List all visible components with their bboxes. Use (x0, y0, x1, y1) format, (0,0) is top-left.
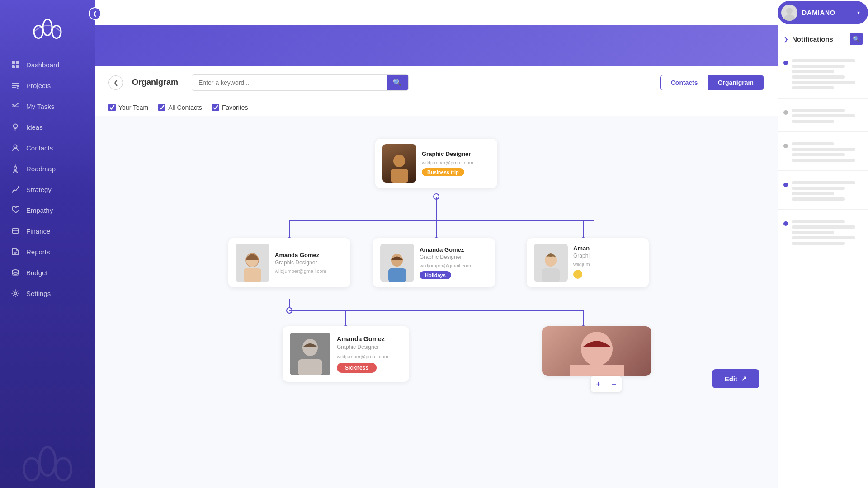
sidebar-item-my-tasks[interactable]: My Tasks (0, 96, 95, 117)
sidebar-item-roadmap[interactable]: Roadmap (0, 158, 95, 179)
sidebar-item-reports[interactable]: Reports (0, 241, 95, 262)
bottom-right-person-card[interactable] (542, 326, 651, 376)
notif-line (792, 86, 834, 89)
sidebar-logo (0, 0, 95, 50)
notif-line (792, 142, 834, 145)
tab-contacts[interactable]: Contacts (661, 75, 708, 90)
svg-point-16 (24, 458, 40, 480)
svg-rect-5 (12, 65, 15, 68)
notif-line (792, 181, 855, 184)
mid-right-person-email: wildjum (573, 262, 590, 267)
bottom-left-person-name: Amanda Gomez (337, 335, 388, 343)
svg-point-36 (393, 155, 405, 167)
filter-favorites-checkbox[interactable] (212, 104, 219, 111)
notif-divider (778, 170, 868, 175)
mid-right-person-name: Aman (573, 245, 590, 252)
notifications-panel: ❯ Notifications 🔍 (778, 25, 868, 488)
notif-line (792, 242, 845, 245)
top-person-badge: Business trip (422, 168, 464, 176)
mid-center-person-card[interactable]: Amanda Gomez Graphic Designer wildjumper… (373, 238, 495, 287)
filter-all-contacts[interactable]: All Contacts (158, 104, 202, 111)
content-area: ❮ Organigram 🔍 Contacts Organigram You (95, 25, 868, 488)
filter-favorites-label: Favorites (222, 104, 248, 111)
svg-point-1 (43, 19, 52, 36)
bottom-left-person-card[interactable]: Amanda Gomez Graphic Designer wildjumper… (283, 326, 409, 382)
sidebar-item-contacts-label: Contacts (26, 144, 53, 152)
svg-point-11 (18, 186, 19, 188)
notif-content (792, 142, 863, 164)
sidebar-watermark (0, 434, 95, 488)
back-button[interactable]: ❮ (108, 75, 123, 90)
svg-rect-3 (12, 61, 15, 64)
user-name: DAMIANO (802, 9, 853, 16)
notif-line (792, 109, 845, 112)
sidebar-item-finance[interactable]: Finance (0, 221, 95, 241)
notifications-title: Notifications (792, 35, 846, 43)
notif-line (792, 114, 855, 117)
notif-line (792, 197, 845, 201)
mid-left-person-card[interactable]: Amanda Gomez Graphic Designer wildjumper… (228, 238, 350, 287)
user-profile-badge[interactable]: DAMIANO ▾ (778, 1, 868, 24)
sidebar: ❮ Dashboard Projects My Tasks (0, 0, 95, 488)
mid-right-person-role: Graphi (573, 253, 590, 259)
top-person-role: Graphic Designer (422, 150, 473, 157)
notifications-search-button[interactable]: 🔍 (850, 33, 863, 45)
svg-point-47 (581, 332, 613, 366)
svg-point-18 (56, 458, 71, 480)
filter-bar: Your Team All Contacts Favorites (95, 99, 778, 116)
mid-left-person-email: wildjumper@gmail.com (275, 268, 326, 274)
sidebar-item-contacts[interactable]: Contacts (0, 137, 95, 158)
notif-dot (783, 221, 788, 226)
notification-item (778, 178, 868, 206)
edit-button-label: Edit (725, 375, 737, 383)
sidebar-item-budget[interactable]: Budget (0, 262, 95, 283)
filter-your-team[interactable]: Your Team (108, 104, 148, 111)
sidebar-item-dashboard[interactable]: Dashboard (0, 54, 95, 75)
sidebar-item-settings[interactable]: Settings (0, 283, 95, 304)
main-area: DAMIANO ▾ ❮ Organigram 🔍 Contacts (95, 0, 868, 488)
notif-content (792, 59, 863, 92)
notif-content (792, 109, 863, 125)
svg-point-15 (14, 292, 17, 295)
sidebar-item-strategy[interactable]: Strategy (0, 179, 95, 200)
filter-all-contacts-checkbox[interactable] (158, 104, 165, 111)
sidebar-collapse-button[interactable]: ❮ (89, 7, 101, 20)
search-icon: 🔍 (393, 78, 402, 87)
page-header-banner (95, 25, 778, 66)
sidebar-item-settings-label: Settings (26, 290, 51, 297)
topbar: DAMIANO ▾ (95, 0, 868, 25)
sidebar-item-roadmap-label: Roadmap (26, 165, 56, 173)
svg-rect-6 (16, 65, 19, 68)
search-button[interactable]: 🔍 (387, 75, 408, 90)
finance-icon (11, 226, 20, 235)
strategy-icon (11, 185, 20, 194)
notification-item (778, 56, 868, 95)
sidebar-item-empathy[interactable]: Empathy (0, 200, 95, 221)
sidebar-item-ideas[interactable]: Ideas (0, 117, 95, 137)
org-diagram: Graphic Designer wildjumper@gmail.com Bu… (219, 125, 653, 396)
top-person-card[interactable]: Graphic Designer wildjumper@gmail.com Bu… (375, 139, 497, 188)
notif-line (792, 70, 834, 73)
mid-right-person-card[interactable]: Aman Graphi wildjum (527, 238, 649, 287)
notifications-expand-button[interactable]: ❯ (783, 36, 788, 42)
filter-your-team-checkbox[interactable] (108, 104, 116, 111)
organigram-canvas[interactable]: Graphic Designer wildjumper@gmail.com Bu… (95, 116, 778, 488)
tab-organigram[interactable]: Organigram (708, 75, 764, 90)
svg-rect-40 (244, 268, 261, 282)
zoom-in-button[interactable]: + (591, 376, 606, 392)
filter-favorites[interactable]: Favorites (212, 104, 248, 111)
search-input[interactable] (192, 75, 387, 90)
projects-icon (11, 81, 20, 90)
notif-line (792, 236, 855, 239)
filter-all-contacts-label: All Contacts (168, 104, 202, 111)
sidebar-item-projects[interactable]: Projects (0, 75, 95, 96)
zoom-out-button[interactable]: − (606, 376, 622, 392)
notif-line (792, 231, 834, 234)
svg-point-30 (287, 308, 292, 313)
sidebar-item-strategy-label: Strategy (26, 186, 52, 193)
notif-content (792, 220, 863, 247)
svg-point-2 (52, 26, 61, 38)
edit-button[interactable]: Edit ↗ (712, 369, 760, 388)
contacts-icon (11, 143, 20, 152)
svg-point-10 (14, 167, 17, 169)
